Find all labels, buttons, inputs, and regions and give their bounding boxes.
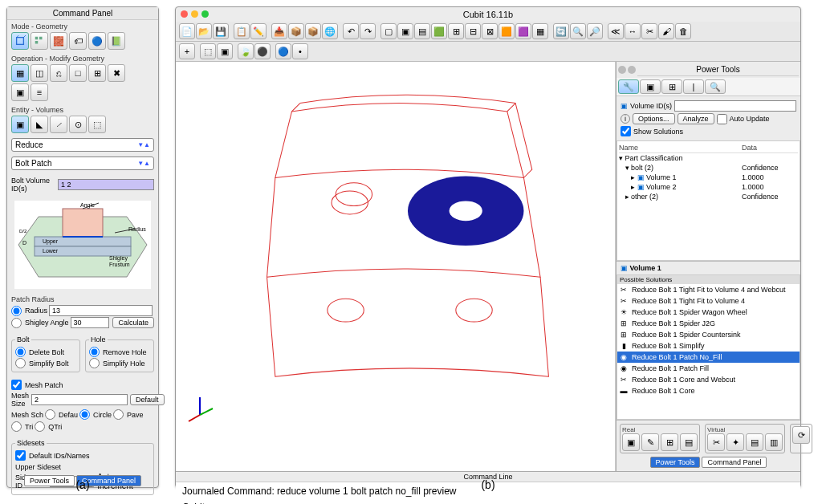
mesh-size-input[interactable]	[31, 394, 128, 405]
mode-layers-button[interactable]: 📗	[108, 32, 125, 50]
analyze-button[interactable]: Analyze	[678, 113, 714, 124]
skip-back-button[interactable]: ≪	[608, 23, 624, 39]
side-tab-search[interactable]: 🔍	[705, 79, 726, 94]
simplify-bolt-radio[interactable]	[15, 358, 26, 368]
op-split-button[interactable]: ◫	[31, 64, 48, 82]
cube-grid4-button[interactable]: ▦	[532, 23, 548, 39]
pin-icon[interactable]	[628, 66, 636, 74]
info-icon[interactable]: i	[621, 114, 630, 124]
refresh-button[interactable]: 🔄	[553, 23, 569, 39]
cube-grid1-button[interactable]: ⊞	[448, 23, 464, 39]
new-file-button[interactable]: 📄	[179, 23, 195, 39]
op-cube-button[interactable]: ▣	[11, 83, 29, 101]
sch-qtri-radio[interactable]	[35, 421, 45, 432]
ball-button[interactable]: ⚫	[254, 43, 271, 59]
real-btn-3[interactable]: ⊞	[661, 433, 678, 451]
cube-green-button[interactable]: 🟩	[431, 23, 447, 39]
leaf-button[interactable]: 🍃	[238, 43, 254, 59]
journal-button[interactable]: 📋	[234, 23, 250, 39]
close-icon[interactable]	[618, 66, 626, 74]
solution-item[interactable]: ▮Reduce Bolt 1 Simplify	[617, 340, 800, 352]
cube-hidden-button[interactable]: ▣	[397, 23, 413, 39]
undo-button[interactable]: ↶	[343, 23, 359, 39]
entity-volume-button[interactable]: ▣	[11, 116, 29, 133]
cube-grid2-button[interactable]: ⊟	[465, 23, 481, 39]
boltpatch-dropdown[interactable]: Bolt Patch▼▲	[11, 156, 154, 170]
side-tab-cube[interactable]: ▣	[640, 79, 661, 94]
virt-btn-2[interactable]: ✦	[726, 433, 744, 451]
dot-button[interactable]: •	[292, 43, 308, 59]
tree-row[interactable]: ▸ ▣ Volume 21.0000	[619, 182, 798, 192]
solution-item[interactable]: ✂Reduce Bolt 1 Tight Fit to Volume 4	[617, 295, 800, 307]
solution-item[interactable]: ✂Reduce Bolt 1 Core and Webcut	[617, 374, 800, 385]
op-box-button[interactable]: □	[69, 64, 87, 82]
solution-item[interactable]: ⊞Reduce Bolt 1 Spider J2G	[617, 318, 800, 329]
redo-button[interactable]: ↷	[360, 23, 376, 39]
sel-cube-button[interactable]: ▣	[217, 43, 233, 59]
sch-default-radio[interactable]	[45, 409, 55, 420]
side-tab-sep[interactable]: |	[683, 79, 704, 94]
measure-button[interactable]: ↔	[625, 23, 641, 39]
cube-grid3-button[interactable]: ⊠	[482, 23, 498, 39]
side-tab-power-tools[interactable]: Power Tools	[650, 457, 701, 468]
mode-mesh-button[interactable]	[31, 32, 48, 50]
angle-input[interactable]	[71, 317, 110, 328]
mode-sphere-button[interactable]: 🔵	[88, 32, 106, 50]
radius-radio[interactable]	[11, 306, 22, 316]
save-button[interactable]: 💾	[213, 23, 229, 39]
mesh-patch-check[interactable]	[11, 380, 22, 390]
mode-tag-button[interactable]: 🏷	[69, 32, 87, 50]
solution-item[interactable]: ◉Reduce Bolt 1 Patch Fill	[617, 363, 800, 374]
real-btn-2[interactable]: ✎	[641, 433, 659, 451]
blue-ball-button[interactable]: 🔵	[275, 43, 291, 59]
zoom-out-button[interactable]: 🔎	[587, 23, 603, 39]
side-tab-command-panel[interactable]: Command Panel	[702, 457, 767, 468]
slice-button[interactable]: ✂	[641, 23, 657, 39]
options-button[interactable]: Options...	[633, 113, 675, 124]
default-ids-check[interactable]	[15, 450, 26, 461]
reduce-dropdown[interactable]: Reduce▼▲	[11, 138, 154, 152]
entity-surface-button[interactable]: ◣	[31, 116, 48, 133]
cube-purple-button[interactable]: 🟪	[515, 23, 531, 39]
virt-btn-4[interactable]: ▥	[765, 433, 783, 451]
op-merge-button[interactable]: ⎌	[50, 64, 67, 82]
entity-group-button[interactable]: ⬚	[88, 116, 106, 133]
minimize-icon[interactable]	[191, 10, 198, 18]
entity-curve-button[interactable]: ⟋	[50, 116, 67, 133]
tree-row[interactable]: ▾ Part Classification	[619, 153, 798, 163]
close-icon[interactable]	[181, 10, 188, 18]
mode-geometry-button[interactable]	[11, 32, 29, 50]
zoom-icon[interactable]	[201, 10, 209, 18]
op-tools-button[interactable]: ✖	[108, 64, 125, 82]
solution-item[interactable]: ☀Reduce Bolt 1 Spider Wagon Wheel	[617, 307, 800, 318]
mode-brick-button[interactable]: 🧱	[50, 32, 67, 50]
show-solutions-check[interactable]	[621, 126, 631, 136]
virt-btn-3[interactable]: ▤	[746, 433, 763, 451]
simplify-hole-radio[interactable]	[89, 358, 100, 368]
cube-wire-button[interactable]: ▢	[380, 23, 397, 39]
calculate-button[interactable]: Calculate	[112, 317, 154, 328]
virt-btn-1[interactable]: ✂	[707, 433, 725, 451]
tree-row[interactable]: ▾ bolt (2)Confidence	[619, 163, 798, 173]
remove-hole-radio[interactable]	[89, 347, 100, 357]
sel-box-button[interactable]: ⬚	[200, 43, 216, 59]
auto-update-check[interactable]	[717, 114, 727, 124]
extra-btn[interactable]: ⟳	[792, 426, 810, 444]
edit-button[interactable]: ✏️	[250, 23, 267, 39]
side-volume-id-input[interactable]	[674, 100, 796, 112]
default-button[interactable]: Default	[130, 394, 165, 405]
sch-pave-radio[interactable]	[113, 409, 124, 420]
trash-button[interactable]: 🗑	[675, 23, 691, 39]
import-button[interactable]: 📥	[271, 23, 287, 39]
add-button[interactable]: +	[179, 43, 195, 59]
shigley-radio[interactable]	[11, 318, 22, 328]
radius-input[interactable]	[49, 305, 153, 316]
brush-button[interactable]: 🖌	[658, 23, 674, 39]
entity-vertex-button[interactable]: ⊙	[69, 116, 87, 133]
side-tab-diagnose[interactable]: 🔧	[618, 79, 639, 94]
solution-item[interactable]: ⊞Reduce Bolt 1 Spider Countersink	[617, 329, 800, 340]
3d-viewport[interactable]	[176, 62, 616, 471]
solution-item[interactable]: ✂Reduce Bolt 1 Tight Fit to Volume 4 and…	[617, 284, 800, 295]
volume-id-input[interactable]	[58, 179, 154, 190]
op-modify-button[interactable]: ▦	[11, 64, 29, 82]
